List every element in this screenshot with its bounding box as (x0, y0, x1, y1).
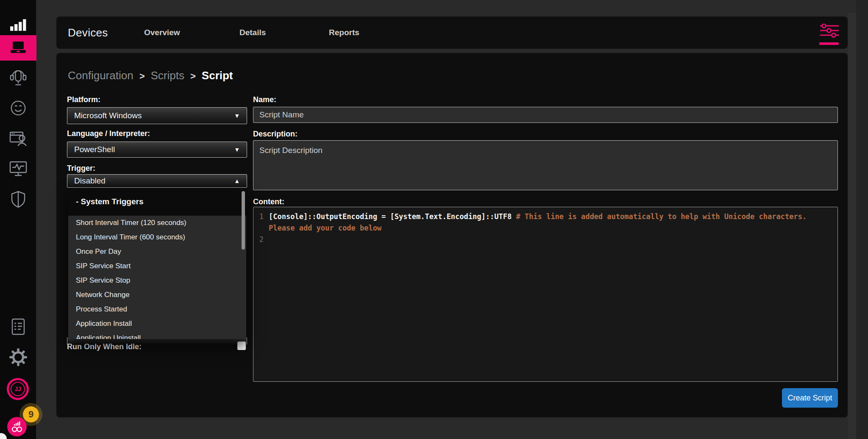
script-editor-panel: Configuration > Scripts > Script Platfor… (56, 53, 848, 417)
line-number: 1 (256, 211, 269, 234)
trigger-dropdown-panel: - System Triggers Short Interval Timer (… (68, 188, 246, 339)
corner-widget-partial (0, 433, 7, 439)
breadcrumb-separator: > (139, 71, 145, 82)
shield-icon (9, 190, 27, 209)
headset-mic-icon (9, 68, 27, 87)
chevron-down-icon: ▼ (234, 146, 240, 153)
sidebar: JJ 9 (0, 0, 36, 439)
dropdown-option-once-per-day[interactable]: Once Per Day (68, 245, 246, 259)
breadcrumb-configuration[interactable]: Configuration (68, 69, 134, 82)
sidebar-item-settings[interactable] (0, 347, 36, 367)
dropdown-scrollbar-thumb[interactable] (242, 191, 245, 250)
tab-overview[interactable]: Overview (144, 17, 180, 49)
user-window-icon (8, 130, 28, 148)
page-scrollbar[interactable] (848, 13, 856, 439)
chat-owl-icon (8, 418, 25, 435)
chevron-up-icon: ▲ (234, 178, 240, 184)
laptop-icon (9, 41, 28, 55)
run-only-when-idle-label: Run Only When Idle: (67, 342, 142, 351)
description-label: Description: (253, 130, 298, 139)
page-right-margin (856, 0, 868, 439)
create-script-button[interactable]: Create Script (782, 388, 838, 408)
user-avatar[interactable]: JJ (7, 378, 29, 400)
name-label: Name: (253, 95, 276, 104)
signal-bars-icon[interactable] (0, 17, 36, 32)
tab-reports[interactable]: Reports (329, 17, 359, 49)
language-select[interactable]: PowerShell ▼ (67, 142, 247, 158)
run-only-when-idle-checkbox[interactable] (237, 342, 246, 350)
language-value: PowerShell (74, 145, 115, 154)
code-line-1: 1 [Console]::OutputEncoding = [System.Te… (256, 211, 835, 234)
sidebar-item-support[interactable] (0, 68, 36, 87)
page-title: Devices (68, 17, 108, 49)
dropdown-option-application-install[interactable]: Application Install (68, 317, 246, 331)
settings-gear-icon (9, 348, 28, 367)
dropdown-option-application-uninstall[interactable]: Application Uninstall (68, 331, 246, 339)
sidebar-item-devices-active[interactable] (0, 35, 36, 61)
tab-details[interactable]: Details (239, 17, 266, 49)
sidebar-item-monitoring[interactable] (0, 159, 36, 179)
list-icon (10, 317, 27, 336)
dropdown-option-sip-stop[interactable]: SIP Service Stop (68, 273, 246, 288)
sidebar-item-logs[interactable] (0, 317, 36, 336)
code-content: [Console]::OutputEncoding = [System.Text… (269, 211, 835, 234)
chevron-down-icon: ▼ (234, 112, 240, 119)
platform-label: Platform: (67, 95, 100, 104)
dropdown-option-long-interval[interactable]: Long Interval Timer (600 seconds) (68, 230, 246, 245)
platform-value: Microsoft Windows (74, 111, 142, 120)
breadcrumb-scripts[interactable]: Scripts (151, 69, 184, 82)
dropdown-option-network-change[interactable]: Network Change (68, 288, 246, 302)
top-nav: Devices Overview Details Reports (56, 17, 848, 49)
script-description-textarea[interactable] (253, 140, 838, 190)
dropdown-option-sip-start[interactable]: SIP Service Start (68, 259, 246, 273)
language-label: Language / Interpreter: (67, 129, 150, 138)
filter-active-underline (819, 42, 839, 45)
dropdown-option-process-started[interactable]: Process Started (68, 302, 246, 317)
chat-widget-button[interactable] (7, 417, 27, 436)
code-line-2: 2 (256, 234, 835, 245)
trigger-select-open[interactable]: Disabled ▲ (67, 174, 247, 188)
content-label: Content: (253, 197, 284, 206)
line-number: 2 (256, 234, 269, 245)
monitor-pulse-icon (8, 160, 28, 178)
platform-select[interactable]: Microsoft Windows ▼ (67, 107, 247, 124)
dropdown-option-short-interval[interactable]: Short Interval Timer (120 seconds) (68, 216, 246, 230)
smiley-icon (9, 99, 27, 117)
breadcrumb: Configuration > Scripts > Script (68, 69, 233, 82)
script-name-input[interactable] (253, 107, 838, 123)
code-editor[interactable]: 1 [Console]::OutputEncoding = [System.Te… (253, 207, 838, 382)
breadcrumb-current-script: Script (202, 69, 233, 82)
trigger-label: Trigger: (67, 164, 95, 173)
breadcrumb-separator: > (190, 71, 196, 82)
sidebar-item-security[interactable] (0, 190, 36, 209)
filter-sliders-icon[interactable] (819, 24, 840, 42)
sidebar-item-sentiment[interactable] (0, 99, 36, 117)
dropdown-group-header: - System Triggers (68, 188, 246, 216)
avatar-initials: JJ (11, 382, 25, 396)
trigger-value: Disabled (74, 176, 106, 186)
sidebar-item-users[interactable] (0, 129, 36, 149)
